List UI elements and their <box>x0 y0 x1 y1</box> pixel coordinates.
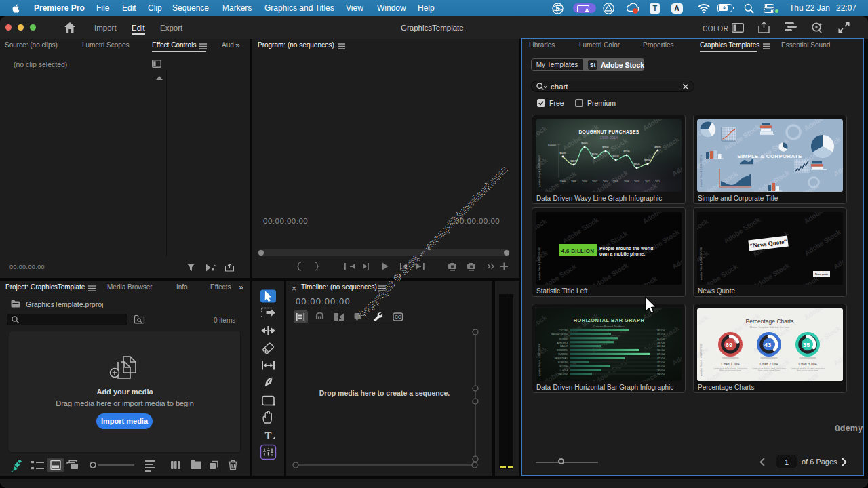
svg-text:$4590: $4590 <box>644 159 651 162</box>
svg-text:2010: 2010 <box>634 180 639 183</box>
svg-text:CYCLING: CYCLING <box>559 329 569 332</box>
svg-text:Motion Template Sub text line: Motion Template Sub text line here <box>750 326 789 329</box>
svg-text:268 Cal: 268 Cal <box>657 369 665 372</box>
svg-text:CC: CC <box>395 314 401 319</box>
svg-text:69: 69 <box>726 341 733 348</box>
svg-text:$6090: $6090 <box>591 153 598 156</box>
svg-text:2012: 2012 <box>645 180 650 183</box>
svg-text:556 Cal: 556 Cal <box>657 349 665 352</box>
svg-text:RUNNING: RUNNING <box>558 353 568 356</box>
svg-text:$4570: $4570 <box>570 160 577 163</box>
svg-text:356 Cal: 356 Cal <box>657 333 665 336</box>
svg-text:Adobe Stock | 434799098: Adobe Stock | 434799098 <box>538 343 541 376</box>
svg-text:Nunc auctor rutrum lorem: Nunc auctor rutrum lorem <box>797 369 818 372</box>
svg-text:Adobe Stock | 431292481: Adobe Stock | 431292481 <box>538 247 541 280</box>
svg-text:People around the world: People around the world <box>599 246 653 251</box>
svg-text:%: % <box>812 340 815 344</box>
svg-text:Chart 2 Title: Chart 2 Title <box>760 362 778 366</box>
svg-text:413 Cal: 413 Cal <box>657 338 665 340</box>
svg-text:Percentage Charts: Percentage Charts <box>746 318 794 325</box>
svg-text:1996-2014: 1996-2014 <box>600 136 618 140</box>
svg-text:Calories Burned Per Hour: Calories Burned Per Hour <box>593 325 625 328</box>
svg-text:WALKING: WALKING <box>558 373 568 376</box>
svg-text:%: % <box>735 340 738 344</box>
svg-text:380 Cal: 380 Cal <box>657 342 665 344</box>
svg-text:Adobe Stock | 430767456: Adobe Stock | 430767456 <box>699 247 703 280</box>
svg-text:2000: 2000 <box>582 180 587 183</box>
svg-text:2002: 2002 <box>592 180 597 183</box>
svg-text:own a mobile phone.: own a mobile phone. <box>599 251 645 257</box>
svg-text:2004: 2004 <box>603 180 608 183</box>
svg-text:Adobe Stock | 434598343: Adobe Stock | 434598343 <box>538 154 541 187</box>
svg-text:$6044: $6044 <box>612 155 619 158</box>
svg-text:356 Cal: 356 Cal <box>657 365 665 368</box>
svg-text:2014: 2014 <box>655 180 660 183</box>
svg-text:WEIGHTLIFTING: WEIGHTLIFTING <box>551 333 568 336</box>
svg-text:GOLF: GOLF <box>562 369 568 372</box>
svg-text:News quote: News quote <box>815 273 828 276</box>
svg-text:$10000: $10000 <box>548 144 556 146</box>
svg-text:$3940: $3940 <box>633 163 640 166</box>
svg-text:$9560: $9560 <box>581 142 588 145</box>
svg-text:BOXING: BOXING <box>560 365 569 368</box>
svg-text:1998: 1998 <box>571 180 576 183</box>
svg-text:HORIZONTAL BAR GRAPH: HORIZONTAL BAR GRAPH <box>574 317 645 323</box>
svg-text:2008: 2008 <box>624 180 629 183</box>
svg-text:582 Cal: 582 Cal <box>657 329 665 332</box>
svg-text:BALLET: BALLET <box>560 345 568 348</box>
svg-text:$7990: $7990 <box>602 146 609 149</box>
svg-text:1996: 1996 <box>560 180 566 183</box>
svg-text:T: T <box>264 430 271 441</box>
svg-text:BASKETBALL: BASKETBALL <box>555 357 569 360</box>
svg-text:2006: 2006 <box>613 180 618 183</box>
svg-text:Adobe Stock | 438200756: Adobe Stock | 438200756 <box>699 154 703 187</box>
svg-text:Chart 3 Title: Chart 3 Title <box>799 362 817 366</box>
svg-text:472 Cal: 472 Cal <box>657 357 665 360</box>
svg-text:Adobe Stock | 434597902: Adobe Stock | 434597902 <box>699 343 703 376</box>
svg-text:SWIMMING: SWIMMING <box>557 349 569 352</box>
svg-text:SIMPLE & CORPORATE: SIMPLE & CORPORATE <box>737 153 802 159</box>
svg-text:$6490: $6490 <box>559 152 566 155</box>
svg-text:177 Cal: 177 Cal <box>657 361 665 364</box>
svg-text:190 Cal: 190 Cal <box>657 373 665 376</box>
svg-text:ROWING: ROWING <box>559 338 569 340</box>
svg-text:675 Cal: 675 Cal <box>657 353 665 356</box>
svg-text:$8690: $8690 <box>654 146 661 148</box>
svg-text:43: 43 <box>764 341 772 348</box>
svg-text:DOUGHNUT PURCHASES: DOUGHNUT PURCHASES <box>578 129 639 134</box>
svg-text:Nunc auctor rutrum lorem: Nunc auctor rutrum lorem <box>719 369 741 372</box>
svg-text:35: 35 <box>803 341 810 348</box>
svg-text:Chart 1 Title: Chart 1 Title <box>722 362 740 366</box>
svg-text:268 Cal: 268 Cal <box>657 345 665 348</box>
svg-text:4.6 BILLION: 4.6 BILLION <box>561 248 595 254</box>
svg-text:BOWLING: BOWLING <box>558 361 569 364</box>
svg-text:Nunc auctor rutrum lorem: Nunc auctor rutrum lorem <box>758 369 780 372</box>
svg-text:AEROBICS: AEROBICS <box>557 342 568 344</box>
svg-text:$7590: $7590 <box>623 150 630 153</box>
svg-text:%: % <box>774 340 776 344</box>
